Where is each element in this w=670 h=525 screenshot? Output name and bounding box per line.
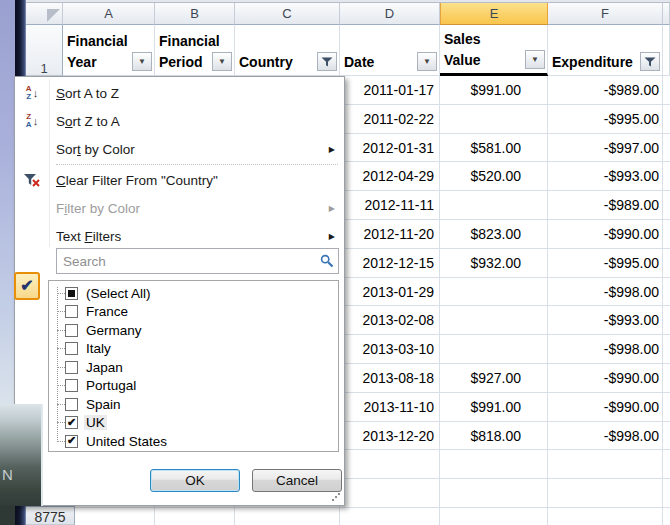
cell-g[interactable] — [663, 220, 670, 249]
cell-g[interactable] — [663, 249, 670, 278]
filter-list-item[interactable]: ✔UK — [49, 414, 338, 433]
cell-sales[interactable]: $581.00 — [440, 134, 548, 163]
search-input[interactable] — [56, 248, 339, 274]
checkbox-unchecked-icon[interactable] — [65, 342, 78, 355]
cell-exp[interactable]: -$989.00 — [548, 76, 663, 105]
menu-item-clear-filter[interactable]: Clear Filter From "Country" — [15, 166, 344, 194]
filter-list-item[interactable]: Germany — [49, 321, 338, 340]
cell-exp[interactable]: -$993.00 — [548, 306, 663, 335]
cell-g[interactable] — [663, 76, 670, 105]
menu-item-sort-z-to-a[interactable]: ZA↓ Sort Z to A — [15, 107, 344, 135]
cell-exp[interactable]: -$995.00 — [548, 249, 663, 278]
cell-date[interactable]: 2012-04-29 — [340, 162, 440, 191]
filter-list-item[interactable]: ✔United States — [49, 432, 338, 451]
cell-g[interactable] — [663, 479, 670, 508]
cell-date[interactable]: 2012-11-20 — [340, 220, 440, 249]
cell-g[interactable] — [663, 364, 670, 393]
menu-item-sort-a-to-z[interactable]: AZ↓ Sort A to Z — [15, 79, 344, 107]
filter-dropdown-button-e[interactable]: ▼ — [525, 50, 545, 69]
cell-date[interactable]: 2012-12-15 — [340, 249, 440, 278]
checkbox-checked-icon[interactable]: ✔ — [65, 435, 78, 448]
cell-sales[interactable]: $932.00 — [440, 249, 548, 278]
cell-date[interactable]: 2011-02-22 — [340, 105, 440, 134]
filter-active-button-country[interactable] — [317, 52, 337, 71]
cell-date[interactable]: 2013-11-10 — [340, 393, 440, 422]
cell-exp[interactable]: -$989.00 — [548, 191, 663, 220]
cell-exp[interactable]: -$998.00 — [548, 422, 663, 451]
cell-date[interactable]: 2011-01-17 — [340, 76, 440, 105]
cell-g[interactable] — [663, 191, 670, 220]
cell-date[interactable]: 2012-11-11 — [340, 191, 440, 220]
cell-sales[interactable] — [440, 450, 548, 479]
cell-exp[interactable] — [548, 508, 663, 525]
filter-active-button-expenditure[interactable] — [640, 52, 660, 71]
cell-date[interactable] — [340, 508, 440, 525]
cell-g[interactable] — [663, 306, 670, 335]
filter-list-item[interactable]: Italy — [49, 340, 338, 359]
cell-date[interactable] — [340, 479, 440, 508]
header-cell-financial-year[interactable]: Financial Year ▼ — [63, 25, 155, 76]
row-header-1[interactable]: 1 — [26, 25, 63, 76]
filter-dropdown-button-d[interactable]: ▼ — [417, 52, 437, 71]
column-header-d[interactable]: D — [340, 3, 440, 25]
cell-b[interactable] — [155, 508, 235, 525]
cell-date[interactable]: 2013-02-08 — [340, 306, 440, 335]
cell-exp[interactable]: -$990.00 — [548, 220, 663, 249]
cell-g[interactable] — [663, 105, 670, 134]
cell-sales[interactable] — [440, 508, 548, 525]
filter-dropdown-button-b[interactable]: ▼ — [212, 52, 232, 71]
column-header-e-selected[interactable]: E — [440, 3, 548, 25]
cell-g[interactable] — [663, 422, 670, 451]
cell-g[interactable] — [663, 393, 670, 422]
row-header-8775[interactable]: 8775 — [26, 506, 75, 525]
cell-exp[interactable]: -$998.00 — [548, 278, 663, 307]
cell-g[interactable] — [663, 278, 670, 307]
cell-sales[interactable] — [440, 306, 548, 335]
cell-sales[interactable]: $991.00 — [440, 76, 548, 105]
cancel-button[interactable]: Cancel — [252, 469, 342, 492]
header-cell-financial-period[interactable]: Financial Period ▼ — [155, 25, 235, 76]
checkbox-unchecked-icon[interactable] — [65, 379, 78, 392]
checkbox-unchecked-icon[interactable] — [65, 398, 78, 411]
column-header-c[interactable]: C — [235, 3, 340, 25]
cell-sales[interactable] — [440, 278, 548, 307]
header-cell-date[interactable]: Date ▼ — [340, 25, 440, 76]
cell-exp[interactable] — [548, 479, 663, 508]
filter-list-item[interactable]: France — [49, 303, 338, 322]
cell-g[interactable] — [663, 134, 670, 163]
resize-grip[interactable] — [329, 490, 341, 502]
cell-date[interactable]: 2012-01-31 — [340, 134, 440, 163]
cell-sales[interactable] — [440, 105, 548, 134]
checkbox-unchecked-icon[interactable] — [65, 361, 78, 374]
cell-g[interactable] — [663, 335, 670, 364]
cell-g[interactable] — [663, 508, 670, 525]
select-all-corner[interactable] — [26, 3, 63, 25]
cell-sales[interactable]: $927.00 — [440, 364, 548, 393]
cell-date[interactable]: 2013-08-18 — [340, 364, 440, 393]
cell-sales[interactable] — [440, 191, 548, 220]
filter-dropdown-button-a[interactable]: ▼ — [132, 52, 152, 71]
cell-date[interactable]: 2013-03-10 — [340, 335, 440, 364]
cell-sales[interactable]: $991.00 — [440, 393, 548, 422]
cell-sales[interactable] — [440, 335, 548, 364]
filter-list-item[interactable]: Spain — [49, 395, 338, 414]
filter-list-item[interactable]: Japan — [49, 358, 338, 377]
cell-a[interactable] — [63, 508, 155, 525]
check-toolbar-button[interactable]: ✔ — [14, 272, 40, 300]
menu-item-text-filters[interactable]: Text Filters ▶ — [15, 222, 344, 250]
checkbox-unchecked-icon[interactable] — [65, 305, 78, 318]
cell-exp[interactable]: -$998.00 — [548, 335, 663, 364]
header-cell-sales-value[interactable]: Sales Value ▼ — [440, 25, 548, 76]
cell-g[interactable] — [663, 162, 670, 191]
cell-g[interactable] — [663, 450, 670, 479]
cell-date[interactable]: 2013-01-29 — [340, 278, 440, 307]
checkbox-indeterminate-icon[interactable] — [65, 287, 78, 300]
cell-sales[interactable]: $818.00 — [440, 422, 548, 451]
cell-exp[interactable]: -$990.00 — [548, 393, 663, 422]
column-header-b[interactable]: B — [155, 3, 235, 25]
cell-sales[interactable] — [440, 479, 548, 508]
cell-c[interactable] — [235, 508, 340, 525]
checkbox-unchecked-icon[interactable] — [65, 324, 78, 337]
cell-exp[interactable]: -$995.00 — [548, 105, 663, 134]
cell-exp[interactable]: -$990.00 — [548, 364, 663, 393]
